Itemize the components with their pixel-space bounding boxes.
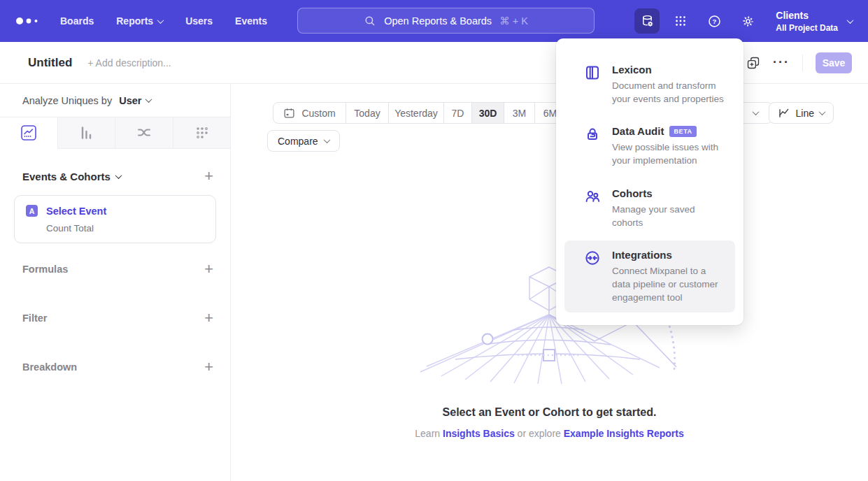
chart-type-dropdown[interactable]: Line bbox=[769, 102, 834, 124]
chevron-down-icon bbox=[753, 108, 760, 115]
calendar-icon bbox=[283, 107, 295, 119]
chevron-down-icon bbox=[847, 17, 854, 24]
menu-item-data-audit[interactable]: Data Audit BETA View possible issues wit… bbox=[564, 117, 735, 175]
date-range-today[interactable]: Today bbox=[346, 103, 388, 123]
tab-bar-chart[interactable] bbox=[57, 117, 115, 149]
help-button[interactable]: ? bbox=[702, 8, 727, 34]
beta-badge: BETA bbox=[669, 126, 696, 137]
menu-item-cohorts[interactable]: Cohorts Manage your saved cohorts bbox=[564, 179, 735, 238]
empty-state-links: Learn Insights Basics or explore Example… bbox=[231, 428, 868, 439]
metric-grid-icon bbox=[193, 124, 210, 141]
data-management-button[interactable] bbox=[634, 8, 660, 34]
divider bbox=[802, 55, 803, 71]
mixpanel-logo-icon[interactable] bbox=[14, 15, 41, 27]
project-selector[interactable]: Clients All Project Data bbox=[776, 10, 853, 33]
tab-flow-chart[interactable] bbox=[115, 117, 173, 149]
nav-item-events[interactable]: Events bbox=[235, 15, 267, 27]
analyze-by-dropdown[interactable]: User bbox=[119, 95, 151, 106]
nav-right-cluster: ? Clients All Project Data bbox=[634, 0, 853, 42]
menu-item-integrations[interactable]: Integrations Connect Mixpanel to a data … bbox=[564, 240, 735, 313]
events-cohorts-header[interactable]: Events & Cohorts + bbox=[0, 168, 230, 184]
nav-item-boards[interactable]: Boards bbox=[60, 15, 94, 27]
nav-item-users[interactable]: Users bbox=[185, 15, 213, 27]
apps-grid-button[interactable] bbox=[668, 8, 693, 34]
tab-line-chart[interactable] bbox=[0, 117, 57, 149]
chevron-down-icon bbox=[157, 17, 164, 24]
menu-item-lexicon[interactable]: Lexicon Document and transform your even… bbox=[564, 55, 735, 114]
date-range-7d[interactable]: 7D bbox=[443, 103, 471, 123]
integrations-sync-icon bbox=[584, 249, 601, 304]
save-button[interactable]: Save bbox=[816, 52, 852, 73]
date-range-more-dropdown[interactable] bbox=[739, 103, 772, 123]
lexicon-book-icon bbox=[584, 64, 601, 106]
chart-main-area: Custom Today Yesterday 7D 30D 3M 6M Comp… bbox=[231, 84, 868, 481]
analyze-label: Analyze Uniques by bbox=[22, 95, 112, 106]
report-actions: ··· Save bbox=[746, 52, 852, 73]
chart-type-tabs bbox=[0, 117, 230, 149]
breakdown-section: Breakdown + bbox=[0, 353, 230, 381]
add-event-button[interactable]: + bbox=[204, 168, 213, 184]
chevron-down-icon bbox=[145, 96, 152, 103]
chevron-down-icon bbox=[323, 136, 330, 143]
svg-text:?: ? bbox=[712, 17, 716, 25]
flow-chart-icon bbox=[136, 124, 152, 141]
settings-button[interactable] bbox=[735, 8, 760, 34]
report-title[interactable]: Untitled bbox=[28, 56, 72, 70]
cohorts-people-icon bbox=[584, 187, 601, 229]
event-row-card[interactable]: A Select Event Count Total bbox=[14, 195, 216, 243]
add-formula-button[interactable]: + bbox=[204, 261, 213, 277]
project-scope: All Project Data bbox=[776, 23, 838, 33]
date-range-30d[interactable]: 30D bbox=[471, 103, 504, 123]
date-range-yesterday[interactable]: Yesterday bbox=[388, 103, 443, 123]
filter-section: Filter + bbox=[0, 304, 230, 332]
add-description-field[interactable]: + Add description... bbox=[87, 57, 171, 69]
bar-chart-icon bbox=[78, 124, 94, 141]
query-sidebar: Analyze Uniques by User bbox=[0, 84, 231, 481]
settings-gear-icon bbox=[741, 14, 755, 29]
empty-state-title: Select an Event or Cohort to get started… bbox=[231, 406, 868, 419]
search-placeholder: Open Reports & Boards bbox=[384, 15, 492, 27]
apps-grid-icon bbox=[674, 14, 688, 28]
event-letter-badge: A bbox=[26, 205, 38, 217]
chevron-down-icon bbox=[819, 108, 826, 115]
project-name: Clients bbox=[776, 10, 838, 21]
select-event-button[interactable]: Select Event bbox=[46, 206, 106, 217]
more-options-button[interactable]: ··· bbox=[773, 55, 790, 70]
event-count-type[interactable]: Count Total bbox=[46, 223, 204, 234]
data-management-icon bbox=[640, 14, 655, 29]
top-nav: Boards Reports Users Events Open Reports… bbox=[0, 0, 868, 42]
add-breakdown-button[interactable]: + bbox=[204, 359, 213, 375]
data-audit-lock-icon bbox=[584, 125, 601, 167]
date-range-3m[interactable]: 3M bbox=[504, 103, 534, 123]
line-chart-icon bbox=[20, 124, 37, 141]
date-range-custom[interactable]: Custom bbox=[273, 103, 346, 123]
example-insights-reports-link[interactable]: Example Insights Reports bbox=[564, 428, 684, 439]
help-icon: ? bbox=[707, 14, 722, 29]
search-icon bbox=[364, 15, 376, 27]
formulas-section: Formulas + bbox=[0, 255, 230, 283]
chevron-down-icon bbox=[115, 172, 122, 179]
nav-item-reports[interactable]: Reports bbox=[116, 15, 163, 27]
data-management-menu: Lexicon Document and transform your even… bbox=[556, 38, 744, 325]
tab-metric-grid[interactable] bbox=[173, 117, 231, 149]
analyze-row: Analyze Uniques by User bbox=[0, 84, 230, 117]
global-search-input[interactable]: Open Reports & Boards ⌘ + K bbox=[297, 8, 595, 34]
search-shortcut: ⌘ + K bbox=[499, 15, 528, 27]
duplicate-icon[interactable] bbox=[746, 56, 760, 70]
compare-dropdown[interactable]: Compare bbox=[267, 130, 340, 152]
insights-basics-link[interactable]: Insights Basics bbox=[443, 428, 515, 439]
nav-menu: Boards Reports Users Events bbox=[60, 15, 267, 27]
line-chart-icon bbox=[778, 107, 790, 120]
add-filter-button[interactable]: + bbox=[204, 310, 213, 326]
